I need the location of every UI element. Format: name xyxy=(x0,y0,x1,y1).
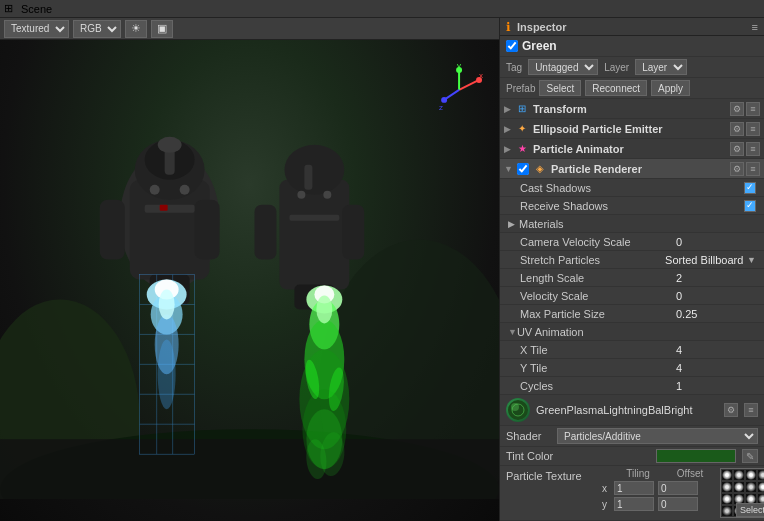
inspector-content: Green Tag Untagged Layer Layer Prefab Se… xyxy=(500,36,764,521)
transform-menu-btn[interactable]: ≡ xyxy=(746,102,760,116)
renderer-menu-btn[interactable]: ≡ xyxy=(746,162,760,176)
tint-picker-btn[interactable]: ✎ xyxy=(742,449,758,463)
object-header: Green xyxy=(500,36,764,57)
transform-component-row: ▶ ⊞ Transform ⚙ ≡ xyxy=(500,99,764,119)
material-icon xyxy=(506,398,530,422)
x-axis-label: x xyxy=(602,483,610,494)
cycles-label: Cycles xyxy=(520,380,676,392)
renderer-buttons: ⚙ ≡ xyxy=(730,162,760,176)
velocity-scale-value: 0 xyxy=(676,290,756,302)
x-tile-row: X Tile 4 xyxy=(500,341,764,359)
scene-toolbar: Textured RGB ☀ ▣ xyxy=(0,18,499,40)
animator-arrow[interactable]: ▶ xyxy=(504,144,511,154)
emitter-icon: ✦ xyxy=(515,122,529,136)
renderer-icon: ◈ xyxy=(533,162,547,176)
svg-rect-19 xyxy=(254,205,276,260)
image-icon-btn[interactable]: ▣ xyxy=(151,20,173,38)
shader-row: Shader Particles/Additive xyxy=(500,426,764,447)
svg-rect-8 xyxy=(100,200,125,260)
animator-settings-btn[interactable]: ⚙ xyxy=(730,142,744,156)
svg-rect-13 xyxy=(145,205,195,213)
material-menu-btn[interactable]: ≡ xyxy=(744,403,758,417)
tag-layer-row: Tag Untagged Layer Layer xyxy=(500,57,764,78)
receive-shadows-label: Receive Shadows xyxy=(520,200,744,212)
emitter-settings-btn[interactable]: ⚙ xyxy=(730,122,744,136)
prefab-apply-btn[interactable]: Apply xyxy=(651,80,690,96)
y-tile-row: Y Tile 4 xyxy=(500,359,764,377)
offset-x-input[interactable] xyxy=(658,481,698,495)
view-mode-select[interactable]: Textured xyxy=(4,20,69,38)
inspector-menu-icon[interactable]: ≡ xyxy=(752,21,758,33)
material-settings-btn[interactable]: ⚙ xyxy=(724,403,738,417)
emitter-arrow[interactable]: ▶ xyxy=(504,124,511,134)
stretch-particles-row: Stretch Particles Sorted Billboard ▼ xyxy=(500,251,764,269)
transform-arrow[interactable]: ▶ xyxy=(504,104,511,114)
svg-point-61 xyxy=(508,400,528,420)
camera-velocity-scale-label: Camera Velocity Scale xyxy=(520,236,676,248)
sun-icon-btn[interactable]: ☀ xyxy=(125,20,147,38)
svg-rect-9 xyxy=(195,200,220,260)
max-particle-size-row: Max Particle Size 0.25 xyxy=(500,305,764,323)
prefab-select-btn[interactable]: Select xyxy=(539,80,581,96)
transform-settings-btn[interactable]: ⚙ xyxy=(730,102,744,116)
inspector-icon: ℹ xyxy=(506,20,511,34)
animator-menu-btn[interactable]: ≡ xyxy=(746,142,760,156)
receive-shadows-checkbox[interactable] xyxy=(744,200,756,212)
animator-buttons: ⚙ ≡ xyxy=(730,142,760,156)
object-enabled-checkbox[interactable] xyxy=(506,40,518,52)
svg-text:y: y xyxy=(457,61,461,70)
materials-label: Materials xyxy=(519,218,564,230)
material-header-row: GreenPlasmaLightningBalBright ⚙ ≡ xyxy=(500,395,764,426)
prefab-row: Prefab Select Reconnect Apply xyxy=(500,78,764,99)
renderer-arrow[interactable]: ▼ xyxy=(504,164,513,174)
svg-rect-24 xyxy=(289,215,339,221)
velocity-scale-label: Velocity Scale xyxy=(520,290,676,302)
max-particle-size-value: 0.25 xyxy=(676,308,756,320)
y-tile-value: 4 xyxy=(676,362,756,374)
tiling-x-input[interactable] xyxy=(614,481,654,495)
svg-rect-3 xyxy=(0,439,499,499)
scene-content: x y z xyxy=(0,40,499,499)
scene-panel-header-icon: ⊞ xyxy=(4,2,13,15)
particle-texture-label: Particle Texture xyxy=(506,468,596,482)
stretch-dropdown-arrow[interactable]: ▼ xyxy=(747,255,756,265)
tiling-y-input[interactable] xyxy=(614,497,654,511)
stretch-particles-value: Sorted Billboard xyxy=(665,254,745,266)
texture-select-btn[interactable]: Select xyxy=(736,503,764,517)
max-particle-size-label: Max Particle Size xyxy=(520,308,676,320)
svg-point-22 xyxy=(297,191,305,199)
tint-color-box[interactable] xyxy=(656,449,736,463)
shader-select[interactable]: Particles/Additive xyxy=(557,428,758,444)
texture-preview: Select xyxy=(720,468,764,518)
prefab-reconnect-btn[interactable]: Reconnect xyxy=(585,80,647,96)
svg-point-39 xyxy=(159,289,175,319)
offset-header-label: Offset xyxy=(666,468,714,479)
scene-panel: Textured RGB ☀ ▣ xyxy=(0,18,500,521)
cast-shadows-checkbox[interactable] xyxy=(744,182,756,194)
cycles-value: 1 xyxy=(676,380,756,392)
receive-shadows-row: Receive Shadows xyxy=(500,197,764,215)
renderer-enabled-checkbox[interactable] xyxy=(517,163,529,175)
renderer-settings-btn[interactable]: ⚙ xyxy=(730,162,744,176)
svg-point-11 xyxy=(150,185,160,195)
materials-arrow[interactable]: ▶ xyxy=(508,219,515,229)
emitter-menu-btn[interactable]: ≡ xyxy=(746,122,760,136)
scene-viewport[interactable]: x y z xyxy=(0,40,499,521)
offset-y-input[interactable] xyxy=(658,497,698,511)
prefab-label: Prefab xyxy=(506,83,535,94)
svg-point-46 xyxy=(316,295,332,323)
uv-arrow[interactable]: ▼ xyxy=(508,327,517,337)
tint-color-label: Tint Color xyxy=(506,450,650,462)
layer-select[interactable]: Layer xyxy=(635,59,687,75)
svg-line-52 xyxy=(459,80,479,90)
texture-tiling-area: Tiling Offset x y xyxy=(602,468,714,511)
color-mode-select[interactable]: RGB xyxy=(73,20,121,38)
tag-select[interactable]: Untagged xyxy=(528,59,598,75)
animator-icon: ★ xyxy=(515,142,529,156)
renderer-name: Particle Renderer xyxy=(551,163,726,175)
uv-animation-label: UV Animation xyxy=(517,326,584,338)
scene-panel-title: Scene xyxy=(21,3,52,15)
inspector-panel: ℹ Inspector ≡ Green Tag Untagged Layer L… xyxy=(500,18,764,521)
inspector-title: Inspector xyxy=(517,21,567,33)
emitter-name: Ellipsoid Particle Emitter xyxy=(533,123,726,135)
